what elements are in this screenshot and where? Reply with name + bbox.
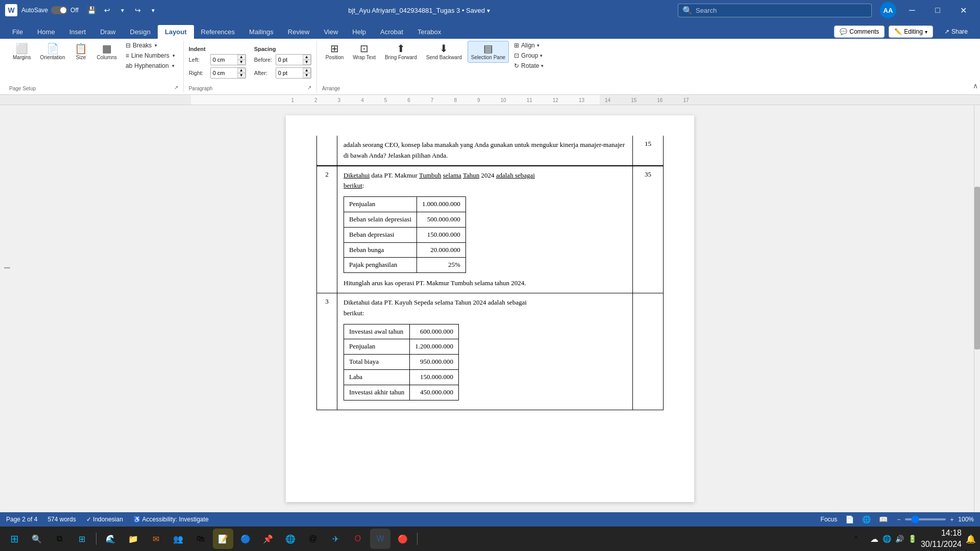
clock-display[interactable]: 14:18 30/11/2024 — [921, 528, 962, 550]
word-taskbar-button[interactable]: W — [370, 529, 390, 549]
tab-home[interactable]: Home — [30, 25, 62, 39]
indent-left-spinners[interactable]: ▲ ▼ — [237, 55, 246, 65]
undo-icon[interactable]: ↩ — [100, 3, 114, 17]
tab-draw[interactable]: Draw — [93, 25, 122, 39]
sticky-notes-button[interactable]: 📝 — [213, 529, 233, 549]
indent-right-spinners[interactable]: ▲ ▼ — [237, 68, 246, 78]
tab-mailings[interactable]: Mailings — [242, 25, 281, 39]
telegram-button[interactable]: ✈ — [325, 529, 346, 549]
customize-icon[interactable]: ▼ — [146, 3, 160, 17]
vertical-scrollbar[interactable] — [974, 105, 980, 512]
search-input[interactable] — [696, 7, 867, 14]
bring-forward-button[interactable]: ⬆ Bring Forward — [381, 41, 421, 63]
tab-references[interactable]: References — [194, 25, 242, 39]
comments-button[interactable]: 💬 Comments — [834, 26, 885, 38]
line-numbers-button[interactable]: ≡ Line Numbers ▾ — [122, 51, 178, 60]
indent-right-down[interactable]: ▼ — [237, 73, 246, 78]
mail-button[interactable]: ✉ — [145, 529, 166, 549]
microsoft-store-button[interactable]: 🛍 — [190, 529, 211, 549]
spacing-before-up[interactable]: ▲ — [303, 55, 311, 60]
read-mode-icon[interactable]: 📖 — [879, 515, 888, 523]
tab-design[interactable]: Design — [123, 25, 158, 39]
tab-file[interactable]: File — [5, 25, 30, 39]
maximize-button[interactable]: □ — [926, 3, 949, 18]
indent-right-input[interactable]: ▲ ▼ — [210, 67, 246, 79]
zoom-slider[interactable] — [905, 518, 946, 520]
speaker-icon[interactable]: 🔊 — [895, 535, 904, 543]
spacing-before-down[interactable]: ▼ — [303, 60, 311, 65]
zoom-in-icon[interactable]: ＋ — [949, 515, 955, 524]
tab-help[interactable]: Help — [345, 25, 373, 39]
close-button[interactable]: ✕ — [951, 3, 975, 18]
group-button[interactable]: ⊡ Group ▾ — [511, 51, 547, 60]
start-button[interactable]: ⊞ — [4, 529, 24, 549]
task-view-button[interactable]: ⧉ — [49, 529, 69, 549]
document-page[interactable]: adalah seorang CEO, konsep laba manakah … — [286, 115, 694, 502]
teams-button[interactable]: 👥 — [168, 529, 188, 549]
tab-terabox[interactable]: Terabox — [410, 25, 448, 39]
cloud-icon[interactable]: ☁ — [870, 534, 878, 544]
explorer-button[interactable]: 📁 — [123, 529, 143, 549]
position-button[interactable]: ⊞ Position — [322, 41, 348, 63]
web-layout-icon[interactable]: 🌐 — [862, 515, 871, 523]
columns-button[interactable]: ▦ Columns — [93, 41, 120, 63]
chrome3-button[interactable]: 🔴 — [393, 529, 413, 549]
threads-button[interactable]: @ — [303, 529, 323, 549]
spacing-after-down[interactable]: ▼ — [303, 73, 311, 78]
size-button[interactable]: 📋 Size — [71, 41, 91, 63]
user-avatar[interactable]: AA — [880, 2, 896, 18]
save-icon[interactable]: 💾 — [85, 3, 99, 17]
tab-insert[interactable]: Insert — [62, 25, 93, 39]
indent-left-down[interactable]: ▼ — [237, 60, 246, 65]
pinterest-button[interactable]: 📌 — [258, 529, 278, 549]
spacing-before-input[interactable]: ▲ ▼ — [276, 54, 311, 65]
spacing-after-spinners[interactable]: ▲ ▼ — [303, 68, 311, 78]
paragraph-expand-icon[interactable]: ↗ — [307, 85, 311, 90]
scrollbar-thumb[interactable] — [974, 187, 980, 349]
print-layout-icon[interactable]: 📄 — [845, 515, 854, 523]
tab-view[interactable]: View — [316, 25, 345, 39]
spacing-after-input[interactable]: ▲ ▼ — [276, 67, 311, 79]
indent-left-up[interactable]: ▲ — [237, 55, 246, 60]
network-icon[interactable]: 🌐 — [883, 535, 891, 543]
undo-dropdown-icon[interactable]: ▼ — [115, 3, 130, 17]
document-scroll[interactable]: adalah seorang CEO, konsep laba manakah … — [0, 105, 980, 512]
chrome2-button[interactable]: 🌐 — [280, 529, 301, 549]
tab-acrobat[interactable]: Acrobat — [373, 25, 410, 39]
breaks-button[interactable]: ⊟ Breaks ▾ — [122, 41, 178, 50]
tab-layout[interactable]: Layout — [158, 25, 194, 39]
battery-icon[interactable]: 🔋 — [908, 535, 917, 543]
rotate-button[interactable]: ↻ Rotate ▾ — [511, 61, 547, 70]
tab-review[interactable]: Review — [281, 25, 317, 39]
redo-icon[interactable]: ↪ — [131, 3, 145, 17]
spacing-before-spinners[interactable]: ▲ ▼ — [303, 55, 311, 65]
hyphenation-button[interactable]: ab Hyphenation ▾ — [122, 61, 178, 70]
chevron-up-icon[interactable]: ⌃ — [846, 529, 866, 549]
autosave-toggle[interactable] — [51, 6, 67, 14]
indent-right-up[interactable]: ▲ — [237, 68, 246, 73]
share-button[interactable]: ↗ Share — [937, 26, 975, 38]
accessibility-indicator[interactable]: ♿ Accessibility: Investigate — [133, 516, 209, 523]
editing-button[interactable]: ✏️ Editing ▾ — [889, 26, 933, 38]
minimize-button[interactable]: ─ — [900, 3, 924, 18]
focus-button[interactable]: Focus — [821, 516, 838, 523]
zoom-out-icon[interactable]: － — [896, 515, 902, 524]
indent-left-input[interactable]: ▲ ▼ — [210, 54, 246, 65]
widgets-button[interactable]: ⊞ — [71, 529, 92, 549]
send-backward-button[interactable]: ⬇ Send Backward — [423, 41, 465, 63]
wrap-text-button[interactable]: ⊡ Wrap Text — [349, 41, 379, 63]
orientation-button[interactable]: 📄 Orientation — [37, 41, 69, 63]
margins-button[interactable]: ⬜ Margins — [9, 41, 35, 63]
page-setup-expand-icon[interactable]: ↗ — [174, 85, 178, 90]
notification-icon[interactable]: 🔔 — [966, 534, 976, 544]
ribbon-collapse-button[interactable]: ∧ — [973, 81, 978, 90]
chrome-button[interactable]: 🔵 — [235, 529, 256, 549]
align-button[interactable]: ⊞ Align ▾ — [511, 41, 547, 50]
search-button[interactable]: 🔍 — [27, 529, 47, 549]
opera-button[interactable]: O — [348, 529, 368, 549]
search-box[interactable]: 🔍 — [678, 4, 872, 17]
selection-pane-button[interactable]: ▤ Selection Pane — [468, 41, 509, 63]
edge-button[interactable]: 🌊 — [101, 529, 121, 549]
zoom-control[interactable]: － ＋ 100% — [896, 515, 974, 524]
spacing-after-up[interactable]: ▲ — [303, 68, 311, 73]
